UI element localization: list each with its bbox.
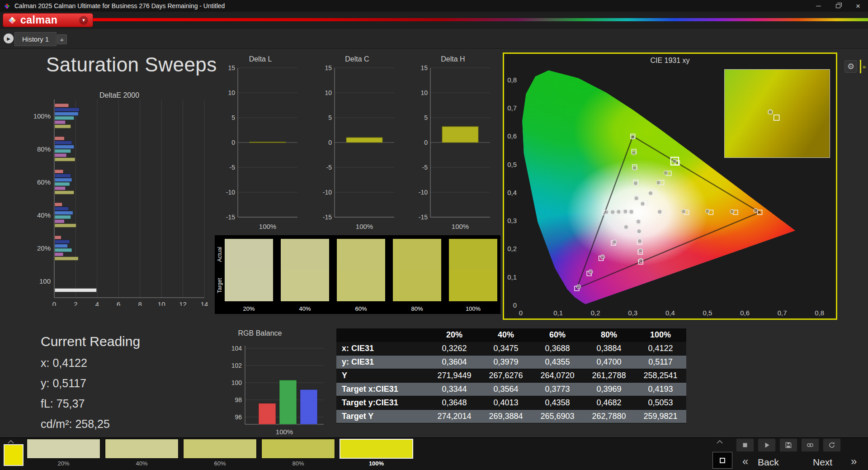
back-button[interactable]: Back [758,457,779,468]
cell-value: 0,3262 [429,342,480,355]
swatch-label: 100% [449,305,497,312]
tick-label: 100% [259,223,276,230]
cell-value: 0,5117 [635,355,686,369]
toolbar-overflow-button[interactable]: » [860,60,867,73]
restore-button[interactable] [828,0,848,12]
minimize-button[interactable] [808,0,828,12]
actual-swatch [449,239,497,270]
cie-measured-point [613,240,617,244]
chevron-down-icon: ▾ [79,16,88,25]
saturation-swatch-column: 40% [281,239,329,312]
swatch-label: 60% [183,460,257,467]
swatch-label: 60% [337,305,385,312]
tick-label: 0 [519,309,523,317]
tick-label: 100% [33,112,51,120]
deltae-bar [55,178,72,182]
stop-button[interactable] [736,438,754,452]
cie-1931-panel[interactable]: 00,10,20,30,40,50,60,70,800,10,20,30,40,… [503,52,837,320]
deltae-bar [55,211,73,215]
current-reading-title: Current Reading [41,334,140,349]
chart-title: Delta L [220,55,301,63]
cell-value: 264,0720 [532,369,583,382]
collapse-right-button[interactable] [715,439,724,444]
pattern-swatch-20%[interactable]: 20% [27,439,100,467]
tick-label: 102 [231,362,242,369]
pattern-preview-button[interactable] [712,452,732,469]
target-swatch [337,270,385,301]
stop-icon [741,441,749,449]
pattern-swatch-40%[interactable]: 40% [105,439,179,467]
play-icon [763,441,771,449]
back-arrow-icon[interactable]: « [742,455,748,468]
deltae-bar [55,104,69,107]
cie-measured-point [577,285,581,289]
reading-x: x: 0,4122 [41,356,140,370]
add-tab-button[interactable]: + [57,34,67,44]
pattern-swatch-strip: 20%40%60%80%100% [27,439,413,467]
cell-value: 0,3688 [532,342,583,355]
tick-label: -5 [326,164,332,171]
settings-button[interactable]: ⚙ [844,60,857,73]
delta-c-plot: 151050-5-10-15100% [316,64,398,236]
table-header-cell: 80% [583,328,635,342]
cie-measured-point [632,151,636,155]
rgb-bar-green [279,380,297,424]
deltae-bar [55,252,63,256]
collapse-left-button[interactable] [6,439,15,444]
deltae-2000-chart: DeltaE 2000 02468101214100%80%60%40%20%1… [29,89,210,315]
tick-label: -10 [323,189,332,196]
tick-label: 0,3 [507,217,517,224]
cie-measured-point [706,209,710,213]
current-pattern-tile[interactable] [4,444,24,466]
pattern-swatch-100%[interactable]: 100% [340,439,413,467]
cell-value: 0,3475 [480,342,532,355]
next-arrow-icon[interactable]: » [851,455,857,468]
deltae-bar [55,120,66,124]
continuous-loop-button[interactable] [801,438,819,452]
cie-measured-point [633,181,637,185]
deltae-bar [55,215,71,219]
refresh-button[interactable] [823,438,841,452]
tick-label: 100 [39,277,51,285]
calman-menu-button[interactable]: calman ▾ [3,13,93,27]
next-button[interactable]: Next [813,457,832,468]
pattern-swatch-80%[interactable]: 80% [261,439,335,467]
tab-history-1[interactable]: History 1 [14,32,57,46]
tick-label: -10 [226,189,235,196]
deltae-bar [55,153,66,157]
tick-label: 10 [228,89,235,96]
deltae-plot: 02468101214100%80%60%40%20%100 [29,89,210,306]
actual-row-label: Actual [216,239,223,270]
cell-value: 0,4700 [583,355,635,369]
delta-l-plot: 151050-5-10-15100% [220,64,301,236]
save-button[interactable] [779,438,797,452]
table-header-cell: 100% [635,328,686,342]
close-icon: × [856,2,860,10]
tick-label: 80% [37,145,51,153]
play-button[interactable] [758,438,776,452]
brand-row: calman ▾ [0,12,868,29]
row-label: Target Y [336,409,429,423]
cell-value: 0,3969 [583,382,635,396]
close-button[interactable]: × [848,0,868,12]
table-row: Target Y274,2014269,3884265,6903262,7880… [336,409,686,423]
cell-value: 261,2788 [583,369,635,382]
deltae-bar [55,191,74,195]
cell-value: 269,3884 [480,409,532,423]
inset-measured-point [768,110,773,114]
actual-swatch [281,239,329,270]
tick-label: 0,4 [507,189,517,196]
table-row: Y271,9449267,6276264,0720261,2788258,254… [336,369,686,382]
pattern-swatch-60%[interactable]: 60% [183,439,257,467]
refresh-icon [828,441,836,449]
tick-label: -5 [422,164,428,171]
deltae-bar [55,244,67,248]
chart-title: DeltaE 2000 [29,91,210,100]
deltae-bar [55,219,64,223]
tick-label: 0,3 [628,309,637,317]
swatch-label: 80% [393,305,441,312]
cie-measured-point [730,209,734,214]
table-row: Target y:CIE310,36480,40130,43580,46820,… [336,396,686,409]
run-button[interactable]: ▶ [4,33,14,43]
cie-measured-point [631,135,635,139]
